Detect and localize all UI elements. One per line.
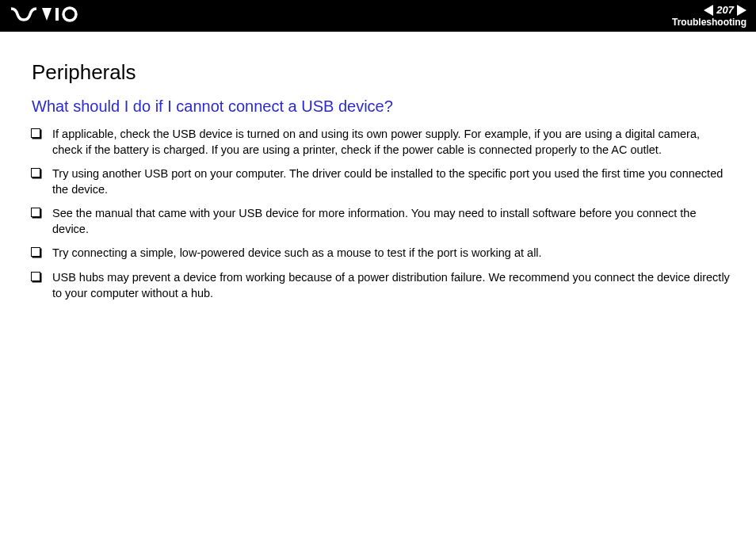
page-nav: 207 — [704, 4, 746, 16]
bullet-list: If applicable, check the USB device is t… — [32, 127, 732, 301]
bullet-text: Try using another USB port on your compu… — [52, 166, 732, 197]
bullet-icon — [32, 208, 41, 218]
page-number: 207 — [713, 4, 737, 16]
section-label: Troubleshooting — [672, 17, 746, 28]
header-right: 207 Troubleshooting — [672, 4, 746, 28]
bullet-text: If applicable, check the USB device is t… — [52, 127, 732, 158]
bullet-text: USB hubs may prevent a device from worki… — [52, 270, 732, 301]
content-area: Peripherals What should I do if I cannot… — [0, 32, 756, 326]
list-item: See the manual that came with your USB d… — [32, 206, 732, 237]
bullet-text: See the manual that came with your USB d… — [52, 206, 732, 237]
bullet-icon — [32, 129, 41, 139]
bullet-icon — [32, 169, 41, 178]
bullet-text: Try connecting a simple, low-powered dev… — [52, 246, 732, 261]
next-page-arrow-icon[interactable] — [737, 5, 746, 16]
list-item: If applicable, check the USB device is t… — [32, 127, 732, 158]
svg-rect-0 — [55, 8, 59, 21]
list-item: Try connecting a simple, low-powered dev… — [32, 246, 732, 261]
bullet-icon — [32, 248, 41, 257]
list-item: Try using another USB port on your compu… — [32, 166, 732, 197]
svg-point-1 — [63, 8, 76, 21]
question-heading: What should I do if I cannot connect a U… — [32, 97, 732, 116]
list-item: USB hubs may prevent a device from worki… — [32, 270, 732, 301]
prev-page-arrow-icon[interactable] — [704, 5, 713, 16]
page-title: Peripherals — [32, 60, 732, 85]
vaio-logo — [10, 6, 81, 25]
bullet-icon — [32, 273, 41, 282]
header-bar: 207 Troubleshooting — [0, 0, 756, 32]
